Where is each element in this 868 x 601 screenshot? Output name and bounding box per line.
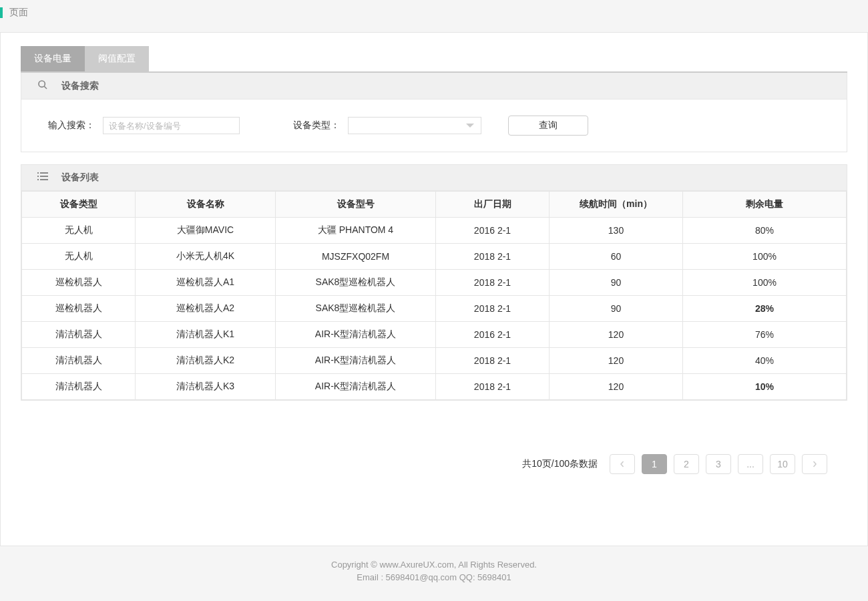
table-cell: AIR-K型清洁机器人 bbox=[276, 322, 436, 348]
footer: Copyright © www.AxureUX.com, All Rights … bbox=[0, 546, 868, 590]
query-button[interactable]: 查询 bbox=[508, 116, 588, 136]
list-icon bbox=[37, 172, 48, 184]
table-cell: AIR-K型清洁机器人 bbox=[276, 348, 436, 374]
table-row[interactable]: 无人机大疆御MAVIC大疆 PHANTOM 42016 2-113080% bbox=[22, 218, 847, 244]
table-cell: 清洁机器人K2 bbox=[136, 348, 276, 374]
table-cell: 76% bbox=[683, 322, 847, 348]
table-header-cell: 设备名称 bbox=[136, 192, 276, 218]
table-cell: 无人机 bbox=[22, 218, 136, 244]
pagination: 123...10 bbox=[610, 454, 827, 474]
table-row[interactable]: 清洁机器人清洁机器人K2AIR-K型清洁机器人2018 2-112040% bbox=[22, 348, 847, 374]
table-header-cell: 设备型号 bbox=[276, 192, 436, 218]
table-cell: 2018 2-1 bbox=[436, 348, 550, 374]
chevron-down-icon bbox=[466, 124, 474, 128]
table-cell: 2016 2-1 bbox=[436, 218, 550, 244]
table-cell: 清洁机器人 bbox=[22, 322, 136, 348]
search-body: 输入搜索： 设备类型： 查询 bbox=[21, 99, 847, 152]
svg-rect-4 bbox=[37, 176, 39, 177]
table-body: 无人机大疆御MAVIC大疆 PHANTOM 42016 2-113080%无人机… bbox=[22, 218, 847, 400]
tab-1[interactable]: 阀值配置 bbox=[85, 46, 149, 71]
table-cell: 120 bbox=[550, 322, 683, 348]
main-card: 设备电量阀值配置 设备搜索 输入搜索： 设备类型： 查询 bbox=[0, 32, 868, 546]
svg-rect-3 bbox=[40, 172, 48, 174]
table-cell: 120 bbox=[550, 374, 683, 400]
table-cell: SAK8型巡检机器人 bbox=[276, 270, 436, 296]
pagination-row: 共10页/100条数据 123...10 bbox=[21, 454, 847, 474]
footer-line2: Email : 5698401@qq.com QQ: 5698401 bbox=[0, 572, 868, 582]
table-cell: 60 bbox=[550, 244, 683, 270]
table-cell: 清洁机器人 bbox=[22, 374, 136, 400]
footer-line1: Copyright © www.AxureUX.com, All Rights … bbox=[0, 560, 868, 570]
table-header-cell: 剩余电量 bbox=[683, 192, 847, 218]
search-input[interactable] bbox=[103, 117, 240, 134]
table-cell: 100% bbox=[683, 270, 847, 296]
table-cell: 大疆御MAVIC bbox=[136, 218, 276, 244]
table-cell: 120 bbox=[550, 348, 683, 374]
table-cell: 90 bbox=[550, 270, 683, 296]
table-cell: 10% bbox=[683, 374, 847, 400]
search-section: 设备搜索 输入搜索： 设备类型： 查询 bbox=[21, 73, 847, 152]
table-header-row: 设备类型设备名称设备型号出厂日期续航时间（min）剩余电量 bbox=[22, 192, 847, 218]
table-row[interactable]: 巡检机器人巡检机器人A1SAK8型巡检机器人2018 2-190100% bbox=[22, 270, 847, 296]
search-icon bbox=[37, 79, 48, 92]
table-cell: 清洁机器人 bbox=[22, 348, 136, 374]
list-section-title: 设备列表 bbox=[61, 172, 99, 184]
table-cell: 2018 2-1 bbox=[436, 374, 550, 400]
table-cell: 小米无人机4K bbox=[136, 244, 276, 270]
table-cell: 80% bbox=[683, 218, 847, 244]
svg-rect-7 bbox=[40, 179, 48, 180]
list-section: 设备列表 设备类型设备名称设备型号出厂日期续航时间（min）剩余电量 无人机大疆… bbox=[21, 164, 847, 401]
page-ellipsis: ... bbox=[738, 454, 763, 474]
table-row[interactable]: 无人机小米无人机4KMJSZFXQ02FM2018 2-160100% bbox=[22, 244, 847, 270]
table-row[interactable]: 巡检机器人巡检机器人A2SAK8型巡检机器人2018 2-19028% bbox=[22, 296, 847, 322]
table-cell: 巡检机器人 bbox=[22, 270, 136, 296]
table-cell: 2016 2-1 bbox=[436, 322, 550, 348]
page-button-10[interactable]: 10 bbox=[770, 454, 795, 474]
table-cell: 巡检机器人A2 bbox=[136, 296, 276, 322]
svg-line-1 bbox=[44, 86, 47, 89]
page-next-button[interactable] bbox=[802, 454, 827, 474]
page-title: 页面 bbox=[9, 7, 28, 19]
tab-0[interactable]: 设备电量 bbox=[21, 46, 85, 71]
device-type-label: 设备类型： bbox=[293, 120, 340, 132]
table-row[interactable]: 清洁机器人清洁机器人K3AIR-K型清洁机器人2018 2-112010% bbox=[22, 374, 847, 400]
tabs: 设备电量阀值配置 bbox=[21, 46, 847, 73]
table-header-cell: 出厂日期 bbox=[436, 192, 550, 218]
table-cell: 清洁机器人K1 bbox=[136, 322, 276, 348]
page-header-marker bbox=[0, 7, 3, 18]
svg-rect-5 bbox=[40, 176, 48, 177]
table-cell: 2018 2-1 bbox=[436, 296, 550, 322]
table-cell: AIR-K型清洁机器人 bbox=[276, 374, 436, 400]
table-cell: 大疆 PHANTOM 4 bbox=[276, 218, 436, 244]
table-row[interactable]: 清洁机器人清洁机器人K1AIR-K型清洁机器人2016 2-112076% bbox=[22, 322, 847, 348]
search-input-label: 输入搜索： bbox=[48, 120, 95, 132]
search-section-header: 设备搜索 bbox=[21, 73, 847, 99]
table-cell: 130 bbox=[550, 218, 683, 244]
search-section-title: 设备搜索 bbox=[61, 80, 99, 92]
table-cell: 100% bbox=[683, 244, 847, 270]
table-cell: 40% bbox=[683, 348, 847, 374]
table-header-cell: 续航时间（min） bbox=[550, 192, 683, 218]
table-cell: MJSZFXQ02FM bbox=[276, 244, 436, 270]
table-header-cell: 设备类型 bbox=[22, 192, 136, 218]
page-button-1[interactable]: 1 bbox=[642, 454, 667, 474]
table-cell: 巡检机器人A1 bbox=[136, 270, 276, 296]
svg-point-0 bbox=[39, 81, 45, 87]
device-type-select[interactable] bbox=[348, 117, 481, 134]
table-cell: SAK8型巡检机器人 bbox=[276, 296, 436, 322]
device-table: 设备类型设备名称设备型号出厂日期续航时间（min）剩余电量 无人机大疆御MAVI… bbox=[21, 191, 847, 400]
page-header: 页面 bbox=[0, 0, 868, 25]
list-section-header: 设备列表 bbox=[21, 165, 847, 191]
pagination-info: 共10页/100条数据 bbox=[522, 458, 598, 470]
chevron-left-icon bbox=[619, 461, 626, 467]
table-cell: 清洁机器人K3 bbox=[136, 374, 276, 400]
page-button-3[interactable]: 3 bbox=[706, 454, 731, 474]
table-cell: 2018 2-1 bbox=[436, 270, 550, 296]
page-button-2[interactable]: 2 bbox=[674, 454, 699, 474]
svg-rect-2 bbox=[37, 172, 39, 174]
table-cell: 无人机 bbox=[22, 244, 136, 270]
svg-rect-6 bbox=[37, 179, 39, 180]
chevron-right-icon bbox=[811, 461, 818, 467]
table-cell: 90 bbox=[550, 296, 683, 322]
page-prev-button[interactable] bbox=[610, 454, 635, 474]
